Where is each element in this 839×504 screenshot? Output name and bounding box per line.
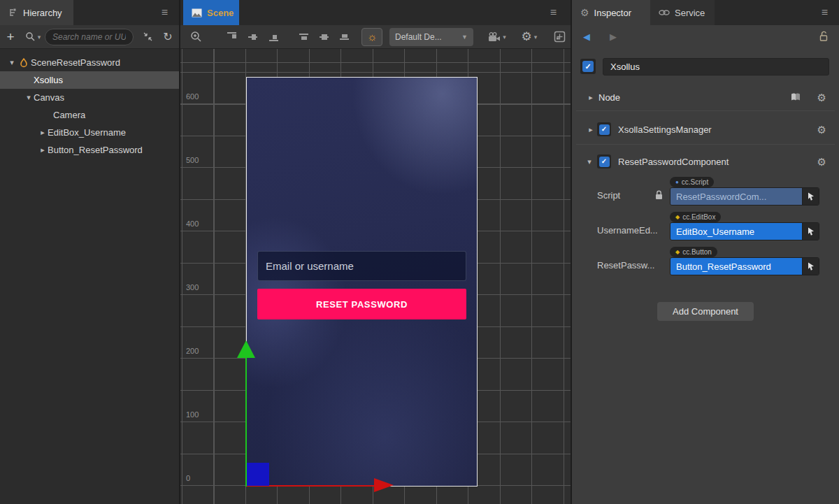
hierarchy-tree: ▾ SceneResetPassword Xsollus ▾ Canvas Ca… bbox=[0, 54, 179, 159]
node-section-header[interactable]: ▸ Node ⚙ bbox=[572, 87, 839, 108]
type-badge-label: cc.Script bbox=[682, 178, 708, 186]
check-icon: ✓ bbox=[582, 61, 594, 72]
collapse-all-icon[interactable] bbox=[136, 31, 159, 42]
inspector-tab-label: Inspector bbox=[594, 8, 631, 18]
tree-item-label: Xsollus bbox=[34, 75, 63, 85]
tree-item-label: EditBox_Username bbox=[48, 127, 126, 138]
tree-item-xsollus[interactable]: Xsollus bbox=[0, 71, 179, 89]
history-back-button[interactable]: ◀ bbox=[583, 31, 590, 42]
ruler-label: 200 bbox=[186, 347, 199, 355]
scene-menu-icon[interactable]: ≡ bbox=[550, 0, 557, 25]
game-preview-canvas[interactable]: Email or username RESET PASSWORD bbox=[246, 77, 478, 487]
ruler-label: 100 bbox=[186, 410, 199, 419]
hierarchy-icon bbox=[8, 8, 18, 17]
node-active-checkbox[interactable]: ✓ bbox=[580, 59, 596, 74]
node-name-input[interactable]: Xsollus bbox=[603, 58, 829, 75]
gear-icon[interactable]: ⚙ bbox=[817, 124, 826, 135]
x-axis-arrow-icon[interactable] bbox=[374, 478, 394, 492]
gear-icon: ⚙ bbox=[522, 31, 532, 43]
tree-item-camera[interactable]: Camera bbox=[0, 106, 179, 124]
align-h-center-icon[interactable] bbox=[314, 31, 334, 43]
script-reference-field[interactable]: ResetPasswordCom... bbox=[670, 187, 819, 206]
scene-flame-icon bbox=[17, 58, 31, 68]
tree-item-scene[interactable]: ▾ SceneResetPassword bbox=[0, 54, 179, 71]
camera-view-button[interactable]: ▾ bbox=[485, 32, 510, 42]
component-name-label: XsollaSettingsManager bbox=[618, 124, 712, 135]
search-input[interactable] bbox=[45, 29, 134, 45]
device-preview-dropdown[interactable]: Default De... ▼ bbox=[389, 28, 473, 46]
caret-right-icon[interactable]: ▸ bbox=[586, 93, 596, 102]
reset-button-reference-field[interactable]: Button_ResetPassword bbox=[670, 257, 819, 275]
y-axis-arrow-icon[interactable] bbox=[237, 340, 255, 358]
zoom-icon[interactable] bbox=[180, 31, 211, 43]
add-component-label: Add Component bbox=[673, 306, 738, 317]
caret-right-icon[interactable]: ▸ bbox=[38, 145, 48, 154]
align-right-icon[interactable] bbox=[334, 31, 354, 43]
scene-tabbar: Scene ≡ bbox=[180, 0, 571, 25]
node-name-value: Xsollus bbox=[610, 62, 640, 72]
type-badge-cc-button: ◆ cc.Button bbox=[670, 247, 717, 257]
ruler-label: 500 bbox=[186, 156, 199, 164]
origin-gizmo-square[interactable] bbox=[247, 463, 269, 486]
component-xsolla-settings-manager[interactable]: ▸ ✓ XsollaSettingsManager ⚙ bbox=[572, 119, 839, 140]
caret-down-icon: ▾ bbox=[503, 34, 506, 41]
align-top-icon[interactable] bbox=[221, 31, 242, 43]
hierarchy-tabbar: Hierarchy ≡ bbox=[0, 0, 179, 25]
reset-button-reference-value: Button_ResetPassword bbox=[671, 258, 802, 275]
tab-hierarchy[interactable]: Hierarchy bbox=[0, 0, 73, 25]
cc-script-dot-icon: ● bbox=[675, 180, 679, 185]
reference-picker-button[interactable] bbox=[802, 188, 819, 205]
caret-right-icon[interactable]: ▸ bbox=[586, 125, 596, 134]
tree-item-editbox-username[interactable]: ▸ EditBox_Username bbox=[0, 124, 179, 141]
refresh-icon[interactable]: ↻ bbox=[159, 30, 177, 43]
tree-item-button-resetpassword[interactable]: ▸ Button_ResetPassword bbox=[0, 141, 179, 159]
script-reference-value: ResetPasswordCom... bbox=[671, 188, 802, 205]
type-badge-label: cc.EditBox bbox=[682, 213, 715, 221]
tab-service[interactable]: Service bbox=[650, 0, 715, 25]
node-section-label: Node bbox=[598, 92, 620, 103]
component-enabled-checkbox[interactable]: ✓ bbox=[597, 122, 611, 136]
tree-item-label: Camera bbox=[53, 110, 85, 120]
caret-down-icon[interactable]: ▾ bbox=[7, 58, 17, 67]
property-label-username-editbox: UsernameEd... bbox=[597, 225, 658, 236]
hierarchy-menu-icon[interactable]: ≡ bbox=[162, 0, 168, 25]
history-forward-button[interactable]: ▶ bbox=[610, 31, 617, 42]
ruler-label: 400 bbox=[186, 219, 199, 228]
search-filter-button[interactable]: ▾ bbox=[21, 31, 45, 42]
add-component-button[interactable]: Add Component bbox=[657, 302, 754, 321]
caret-right-icon[interactable]: ▸ bbox=[38, 128, 48, 137]
align-bottom-icon[interactable] bbox=[263, 31, 284, 43]
reset-password-label: RESET PASSWORD bbox=[316, 299, 408, 310]
ruler-label: 0 bbox=[186, 474, 190, 482]
help-book-icon[interactable] bbox=[790, 92, 801, 102]
username-editbox-reference-field[interactable]: EditBox_Username bbox=[670, 222, 819, 240]
caret-down-icon[interactable]: ▾ bbox=[24, 93, 34, 102]
scene-settings-button[interactable]: ⚙ ▾ bbox=[517, 31, 542, 43]
gear-icon[interactable]: ⚙ bbox=[817, 92, 826, 103]
inspector-tab-gear-icon: ⚙ bbox=[580, 8, 589, 17]
component-enabled-checkbox[interactable]: ✓ bbox=[597, 154, 611, 168]
property-label-reset-password-button: ResetPassw... bbox=[597, 260, 654, 271]
create-node-button[interactable]: + bbox=[0, 29, 21, 45]
preview-reset-password-button[interactable]: RESET PASSWORD bbox=[257, 289, 466, 319]
tab-inspector[interactable]: ⚙ Inspector bbox=[572, 0, 650, 25]
divider bbox=[576, 144, 835, 145]
tree-item-canvas[interactable]: ▾ Canvas bbox=[0, 89, 179, 106]
align-v-center-icon[interactable] bbox=[242, 31, 263, 43]
layout-grid-icon[interactable] bbox=[549, 31, 570, 43]
inspector-panel: ⚙ Inspector Service ≡ ◀ ▶ ✓ Xsollus ▸ No… bbox=[572, 0, 839, 504]
scene-viewport[interactable]: 600 500 400 300 200 100 0 Email or usern… bbox=[180, 49, 571, 504]
preview-editbox-username[interactable]: Email or username bbox=[257, 251, 466, 281]
gear-icon[interactable]: ⚙ bbox=[817, 157, 826, 167]
gizmo-toggle-button[interactable]: ☼ bbox=[361, 28, 382, 46]
unlock-icon[interactable] bbox=[819, 31, 829, 42]
caret-down-icon[interactable]: ▾ bbox=[585, 157, 594, 166]
align-left-icon[interactable] bbox=[294, 31, 314, 43]
reference-picker-button[interactable] bbox=[802, 258, 819, 275]
reference-picker-button[interactable] bbox=[802, 223, 819, 240]
tab-scene[interactable]: Scene bbox=[183, 0, 239, 25]
lock-icon bbox=[654, 190, 664, 200]
component-reset-password[interactable]: ▾ ✓ ResetPasswordComponent ⚙ bbox=[572, 151, 839, 172]
inspector-nav-row: ◀ ▶ bbox=[572, 25, 839, 49]
inspector-menu-icon[interactable]: ≡ bbox=[822, 0, 828, 25]
